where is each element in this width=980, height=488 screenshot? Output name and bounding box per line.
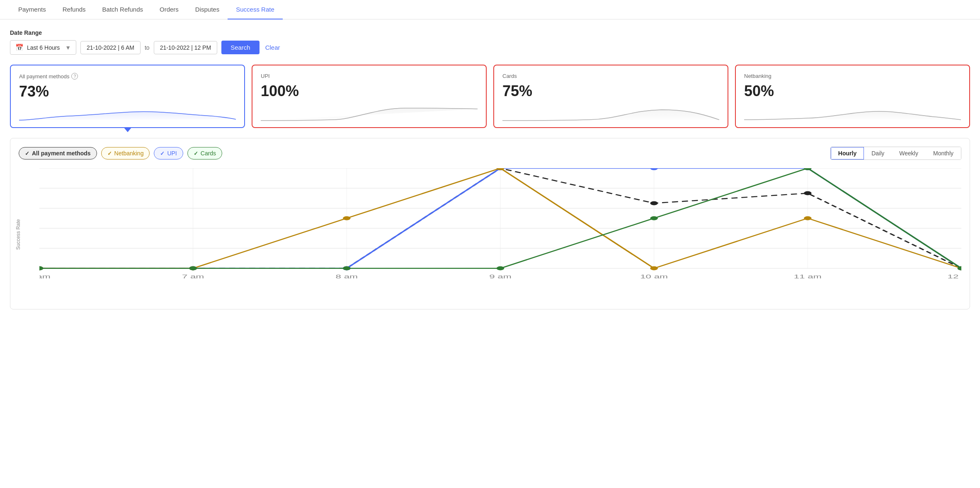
metric-card-cards: Cards 75%	[493, 65, 728, 128]
date-range-row: 📅 Last 6 Hours ▼ 21-10-2022 | 6 AM to 21…	[10, 40, 970, 55]
chip-label-upi: UPI	[167, 150, 177, 157]
metric-card-upi: UPI 100%	[252, 65, 487, 128]
chip-netbanking[interactable]: ✓ Netbanking	[101, 147, 150, 159]
tab-payments[interactable]: Payments	[10, 0, 54, 19]
card-value-cards: 75%	[502, 82, 719, 100]
tab-success-rate[interactable]: Success Rate	[228, 0, 283, 19]
card-title-all: All payment methods ?	[19, 73, 236, 80]
svg-text:7 am: 7 am	[182, 274, 204, 280]
time-range-tabs: Hourly Daily Weekly Monthly	[830, 147, 961, 160]
dot-cards-4	[650, 216, 658, 220]
dot-nb-5	[804, 216, 812, 220]
dot-all-4	[650, 201, 658, 205]
dot-nb-4	[650, 266, 658, 271]
main-tabs: Payments Refunds Batch Refunds Orders Di…	[0, 0, 980, 19]
calendar-icon: 📅	[15, 43, 24, 51]
tab-disputes[interactable]: Disputes	[187, 0, 228, 19]
chart-area: Success Rate 0 20 40 60 80 100	[19, 168, 961, 301]
card-arrow-all	[124, 127, 132, 132]
svg-text:11 am: 11 am	[794, 274, 822, 280]
svg-text:12 pm: 12 pm	[948, 274, 961, 280]
dot-all-5	[804, 191, 812, 196]
sparkline-cards	[502, 104, 719, 123]
info-icon-all[interactable]: ?	[71, 73, 78, 80]
time-tab-hourly[interactable]: Hourly	[831, 147, 864, 159]
dot-cards-1	[189, 266, 197, 271]
svg-text:6 am: 6 am	[39, 274, 51, 280]
tab-refunds[interactable]: Refunds	[54, 0, 94, 19]
sparkline-all	[19, 104, 236, 123]
chip-cards[interactable]: ✓ Cards	[187, 147, 222, 159]
svg-text:9 am: 9 am	[489, 274, 512, 280]
tab-orders[interactable]: Orders	[151, 0, 187, 19]
y-axis-label: Success Rate	[15, 219, 21, 250]
chart-section: ✓ All payment methods ✓ Netbanking ✓ UPI…	[10, 138, 970, 309]
date-range-label: Date Range	[10, 29, 970, 36]
chip-label-all: All payment methods	[32, 150, 91, 157]
preset-label: Last 6 Hours	[27, 44, 60, 51]
dot-upi-4	[650, 168, 658, 170]
check-icon-all: ✓	[25, 150, 29, 157]
time-tab-monthly[interactable]: Monthly	[926, 147, 961, 159]
tab-batch-refunds[interactable]: Batch Refunds	[94, 0, 151, 19]
time-tab-weekly[interactable]: Weekly	[892, 147, 926, 159]
date-from-display[interactable]: 21-10-2022 | 6 AM	[80, 41, 141, 54]
card-title-netbanking: Netbanking	[744, 73, 961, 79]
check-icon-cards: ✓	[194, 150, 198, 157]
card-title-cards: Cards	[502, 73, 719, 79]
metric-card-all: All payment methods ? 73%	[10, 65, 245, 128]
date-to-display[interactable]: 21-10-2022 | 12 PM	[154, 41, 218, 54]
card-value-netbanking: 50%	[744, 82, 961, 100]
chart-controls: ✓ All payment methods ✓ Netbanking ✓ UPI…	[19, 147, 961, 160]
clear-button[interactable]: Clear	[264, 41, 282, 54]
dot-cards-0	[39, 266, 43, 271]
chart-svg: 0 20 40 60 80 100 6 am 7 am 8 am 9 am 10…	[39, 168, 961, 288]
time-tab-daily[interactable]: Daily	[864, 147, 892, 159]
svg-text:10 am: 10 am	[640, 274, 668, 280]
sparkline-upi	[261, 104, 478, 123]
card-title-upi: UPI	[261, 73, 478, 79]
date-preset-select[interactable]: 📅 Last 6 Hours ▼	[10, 40, 76, 55]
chip-all-payment[interactable]: ✓ All payment methods	[19, 147, 97, 159]
search-button[interactable]: Search	[221, 41, 260, 54]
svg-text:8 am: 8 am	[336, 274, 358, 280]
chip-label-cards: Cards	[201, 150, 216, 157]
dot-cards-2	[343, 266, 351, 271]
dot-nb-2	[343, 216, 351, 220]
check-icon-netbanking: ✓	[107, 150, 112, 157]
chip-upi[interactable]: ✓ UPI	[154, 147, 183, 159]
chevron-down-icon: ▼	[65, 44, 71, 51]
sparkline-netbanking	[744, 104, 961, 123]
chip-label-netbanking: Netbanking	[114, 150, 144, 157]
metric-cards-row: All payment methods ? 73% UPI	[10, 65, 970, 128]
dot-cards-3	[497, 266, 505, 271]
date-separator: to	[145, 44, 150, 51]
card-value-all: 73%	[19, 83, 236, 100]
card-value-upi: 100%	[261, 82, 478, 100]
check-icon-upi: ✓	[160, 150, 165, 157]
filter-chips: ✓ All payment methods ✓ Netbanking ✓ UPI…	[19, 147, 222, 159]
metric-card-netbanking: Netbanking 50%	[735, 65, 970, 128]
